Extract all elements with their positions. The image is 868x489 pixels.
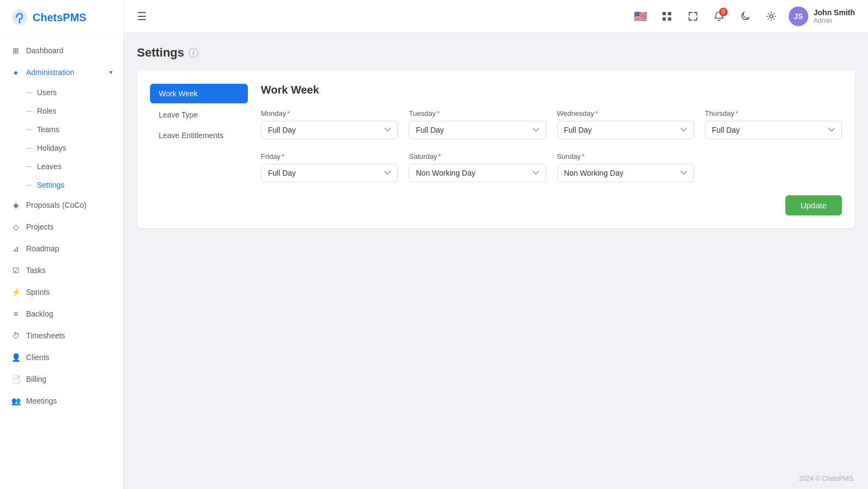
notification-badge: 0 <box>719 8 728 16</box>
tab-leave-entitlements[interactable]: Leave Entitlements <box>150 126 248 145</box>
svg-rect-2 <box>663 12 666 15</box>
clients-icon: 👤 <box>11 352 21 362</box>
friday-select[interactable]: Full Day Half Day Non Working Day <box>261 164 398 182</box>
sidebar-item-settings[interactable]: Settings <box>26 176 123 194</box>
backlog-icon: ≡ <box>11 309 21 319</box>
sidebar-item-label: Roadmap <box>26 244 59 253</box>
notification-icon[interactable]: 0 <box>710 8 728 25</box>
sidebar-item-proposals[interactable]: ◈ Proposals (CoCo) <box>0 194 123 216</box>
week-grid-row1: Monday* Full Day Half Day Non Working Da… <box>261 109 842 139</box>
logo[interactable]: ChetsPMS <box>0 0 123 35</box>
saturday-label: Saturday* <box>409 152 546 160</box>
sidebar-item-leaves[interactable]: Leaves <box>26 157 123 176</box>
sunday-select[interactable]: Full Day Half Day Non Working Day <box>557 164 694 182</box>
fullscreen-icon[interactable] <box>684 8 702 25</box>
saturday-select[interactable]: Full Day Half Day Non Working Day <box>409 164 546 182</box>
svg-point-6 <box>770 15 773 18</box>
footer: 2024 © ChetsPMS. <box>124 468 868 489</box>
main-content: Settings i Work Week Leave Type Leave En… <box>124 33 868 468</box>
tuesday-label: Tuesday* <box>409 109 546 117</box>
menu-toggle[interactable]: ☰ <box>137 10 147 23</box>
monday-label: Monday* <box>261 109 398 117</box>
wednesday-select[interactable]: Full Day Half Day Non Working Day <box>557 121 694 139</box>
sidebar-item-label: Backlog <box>26 310 53 318</box>
proposals-icon: ◈ <box>11 200 21 210</box>
sidebar-item-label: Proposals (CoCo) <box>26 201 86 209</box>
sidebar-item-timesheets[interactable]: ⏱ Timesheets <box>0 325 123 346</box>
admin-icon: ● <box>11 67 21 77</box>
field-monday: Monday* Full Day Half Day Non Working Da… <box>261 109 398 139</box>
sidebar-item-dashboard[interactable]: ⊞ Dashboard <box>0 40 123 61</box>
dashboard-icon: ⊞ <box>11 46 21 55</box>
billing-icon: 📄 <box>11 374 21 384</box>
thursday-label: Thursday* <box>705 109 842 117</box>
projects-icon: ◇ <box>11 222 21 232</box>
sidebar-item-label: Clients <box>26 353 49 362</box>
sidebar-item-label: Projects <box>26 222 54 231</box>
svg-rect-5 <box>668 17 671 21</box>
settings-card: Work Week Leave Type Leave Entitlements … <box>137 71 855 228</box>
field-saturday: Saturday* Full Day Half Day Non Working … <box>409 152 546 182</box>
main-nav: ⊞ Dashboard ● Administration ▾ Users Rol… <box>0 35 123 489</box>
header: ☰ 🇺🇸 <box>124 0 868 33</box>
sidebar: ChetsPMS ⊞ Dashboard ● Administration ▾ … <box>0 0 124 489</box>
sidebar-item-label: Administration <box>26 68 74 77</box>
sunday-label: Sunday* <box>557 152 694 160</box>
field-thursday: Thursday* Full Day Half Day Non Working … <box>705 109 842 139</box>
sprints-icon: ⚡ <box>11 287 21 297</box>
sidebar-item-holidays[interactable]: Holidays <box>26 139 123 157</box>
logo-text: ChetsPMS <box>33 11 86 24</box>
field-sunday: Sunday* Full Day Half Day Non Working Da… <box>557 152 694 182</box>
tuesday-select[interactable]: Full Day Half Day Non Working Day <box>409 121 546 139</box>
sidebar-item-roadmap[interactable]: ⊿ Roadmap <box>0 238 123 259</box>
update-button[interactable]: Update <box>785 195 842 215</box>
tab-leave-type[interactable]: Leave Type <box>150 106 248 124</box>
field-friday: Friday* Full Day Half Day Non Working Da… <box>261 152 398 182</box>
flag-icon[interactable]: 🇺🇸 <box>632 8 650 25</box>
tab-work-week[interactable]: Work Week <box>150 84 248 103</box>
svg-rect-3 <box>668 12 671 15</box>
sidebar-item-label: Tasks <box>26 266 46 275</box>
work-week-title: Work Week <box>261 84 842 96</box>
settings-icon[interactable] <box>763 8 780 25</box>
user-details: John Smith Admin <box>814 8 855 24</box>
sidebar-item-backlog[interactable]: ≡ Backlog <box>0 303 123 325</box>
user-profile[interactable]: JS John Smith Admin <box>789 7 855 26</box>
sidebar-item-roles[interactable]: Roles <box>26 102 123 120</box>
settings-content: Work Week Monday* Full Day Half Day Non … <box>261 84 842 215</box>
user-role: Admin <box>814 17 855 24</box>
sidebar-item-label: Sprints <box>26 288 50 296</box>
header-actions: 🇺🇸 0 <box>632 7 855 26</box>
timesheets-icon: ⏱ <box>11 331 21 341</box>
sidebar-item-sprints[interactable]: ⚡ Sprints <box>0 281 123 303</box>
thursday-select[interactable]: Full Day Half Day Non Working Day <box>705 121 842 139</box>
chevron-down-icon: ▾ <box>109 69 113 76</box>
field-wednesday: Wednesday* Full Day Half Day Non Working… <box>557 109 694 139</box>
empty-cell <box>705 152 842 182</box>
friday-label: Friday* <box>261 152 398 160</box>
sidebar-item-meetings[interactable]: 👥 Meetings <box>0 390 123 412</box>
settings-layout: Work Week Leave Type Leave Entitlements … <box>150 84 842 215</box>
sidebar-item-label: Billing <box>26 375 46 383</box>
sidebar-item-teams[interactable]: Teams <box>26 120 123 139</box>
administration-subnav: Users Roles Teams Holidays Leaves Settin… <box>0 83 123 194</box>
main-area: ☰ 🇺🇸 <box>124 0 868 489</box>
sidebar-item-tasks[interactable]: ☑ Tasks <box>0 259 123 281</box>
roadmap-icon: ⊿ <box>11 244 21 253</box>
apps-icon[interactable] <box>658 8 676 25</box>
sidebar-item-users[interactable]: Users <box>26 83 123 102</box>
sidebar-item-administration[interactable]: ● Administration ▾ <box>0 61 123 83</box>
wednesday-label: Wednesday* <box>557 109 694 117</box>
sidebar-item-projects[interactable]: ◇ Projects <box>0 216 123 238</box>
sidebar-item-clients[interactable]: 👤 Clients <box>0 346 123 368</box>
meetings-icon: 👥 <box>11 396 21 406</box>
page-title: Settings i <box>137 46 855 60</box>
svg-rect-4 <box>663 17 666 21</box>
dark-mode-icon[interactable] <box>736 8 754 25</box>
user-name: John Smith <box>814 8 855 17</box>
monday-select[interactable]: Full Day Half Day Non Working Day <box>261 121 398 139</box>
sidebar-item-billing[interactable]: 📄 Billing <box>0 368 123 390</box>
info-icon[interactable]: i <box>189 48 198 58</box>
sidebar-item-label: Dashboard <box>26 46 64 55</box>
settings-sidebar: Work Week Leave Type Leave Entitlements <box>150 84 248 215</box>
